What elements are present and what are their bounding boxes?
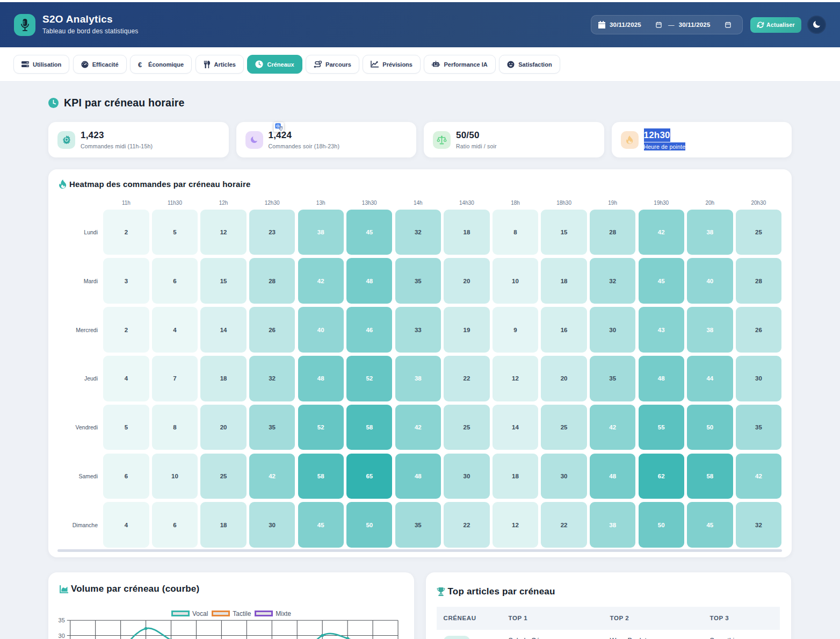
svg-text:A: A bbox=[280, 127, 283, 131]
svg-text:G: G bbox=[276, 124, 279, 128]
svg-text:€: € bbox=[138, 61, 142, 68]
svg-text:35: 35 bbox=[59, 617, 65, 623]
svg-text:30: 30 bbox=[59, 632, 65, 638]
